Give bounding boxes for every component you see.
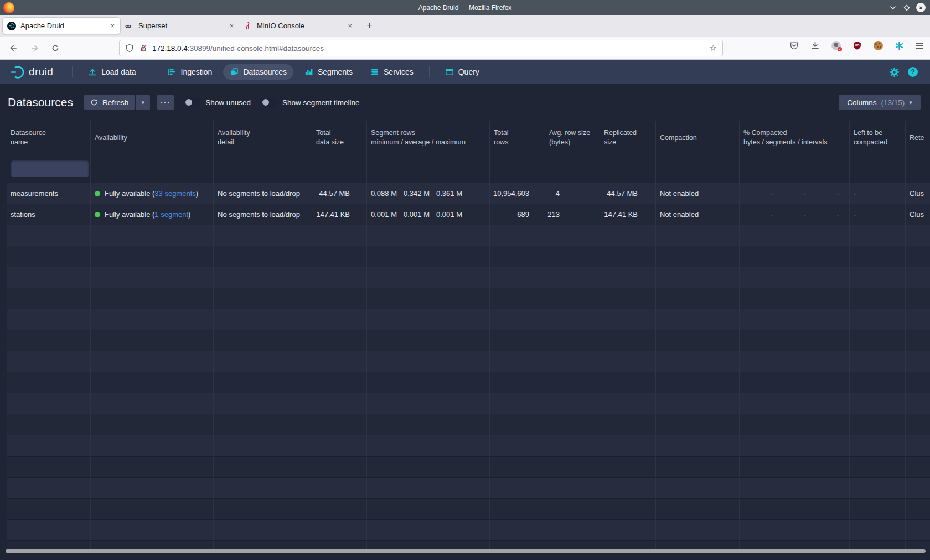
refresh-dropdown-caret[interactable]: ▾ xyxy=(136,95,150,110)
refresh-button[interactable]: Refresh xyxy=(84,95,135,110)
menu-hamburger-icon[interactable] xyxy=(916,43,923,49)
empty-cell xyxy=(740,478,850,498)
datasource-row[interactable]: stations Fully available (1 segment) No … xyxy=(7,204,930,225)
window-close-icon[interactable]: × xyxy=(916,3,926,12)
nav-item-ingestion[interactable]: Ingestion xyxy=(161,64,219,80)
empty-cell xyxy=(91,309,214,330)
column-header-compaction[interactable]: Compaction xyxy=(656,121,740,154)
colorful-asterisk-icon[interactable] xyxy=(895,41,904,50)
empty-cell xyxy=(214,520,312,540)
tab-label: Apache Druid xyxy=(20,22,109,30)
empty-cell xyxy=(740,414,850,435)
empty-cell xyxy=(490,351,545,372)
empty-cell xyxy=(214,414,312,435)
segments-link[interactable]: 33 segments xyxy=(154,189,195,198)
empty-cell xyxy=(656,457,740,477)
empty-cell xyxy=(740,309,850,330)
column-header-replicated-size[interactable]: Replicatedsize xyxy=(600,121,656,154)
empty-cell xyxy=(214,541,312,550)
empty-cell xyxy=(740,330,850,351)
empty-cell xyxy=(740,457,850,477)
pocket-icon[interactable] xyxy=(789,41,799,50)
nav-item-datasources[interactable]: Datasources xyxy=(223,64,293,80)
tab-apache-druid[interactable]: Apache Druid × xyxy=(2,17,121,34)
nav-item-services[interactable]: Services xyxy=(364,64,420,80)
nav-item-load-data[interactable]: Load data xyxy=(81,64,142,80)
columns-label: Columns xyxy=(847,98,876,107)
load-data-icon xyxy=(88,68,97,76)
empty-cell xyxy=(906,288,930,309)
empty-cell xyxy=(906,435,930,456)
bookmark-star-icon[interactable]: ☆ xyxy=(710,43,717,53)
tab-minio-console[interactable]: MinIO Console × xyxy=(239,17,358,34)
help-icon[interactable]: ? xyxy=(908,67,918,77)
new-tab-button[interactable]: + xyxy=(363,20,376,32)
compaction-cell: Not enabled xyxy=(656,183,740,204)
empty-cell xyxy=(367,393,490,414)
column-header-availability[interactable]: Availability xyxy=(91,121,214,154)
avg-row-size-cell: 213 xyxy=(545,204,600,225)
window-maximize-icon[interactable] xyxy=(902,3,911,12)
empty-cell xyxy=(545,330,600,351)
tab-close-icon[interactable]: × xyxy=(109,22,116,30)
empty-cell xyxy=(906,414,930,435)
downloads-icon[interactable] xyxy=(810,41,820,50)
cookie-icon[interactable] xyxy=(874,41,883,50)
column-header-datasource-name[interactable]: Datasourcename xyxy=(7,121,91,154)
empty-row xyxy=(7,393,930,414)
settings-gear-icon[interactable] xyxy=(889,67,900,77)
browser-toolbar: 172.18.0.4:30899/unified-console.html#da… xyxy=(0,37,930,60)
column-header-pct-compacted[interactable]: % Compactedbytes / segments / intervals xyxy=(740,121,850,154)
status-dot-icon xyxy=(95,212,100,217)
more-actions-button[interactable]: ··· xyxy=(157,95,174,110)
column-header-total-data-size[interactable]: Totaldata size xyxy=(312,121,367,154)
empty-cell xyxy=(545,246,600,267)
ingestion-icon xyxy=(168,68,177,76)
avg-row-size-cell: 4 xyxy=(545,183,600,204)
tab-close-icon[interactable]: × xyxy=(228,22,235,30)
tracking-shield-icon[interactable] xyxy=(125,44,134,53)
window-minimize-icon[interactable] xyxy=(888,3,897,12)
datasource-row[interactable]: measurements Fully available (33 segment… xyxy=(7,183,930,204)
show-segment-timeline-toggle[interactable] xyxy=(261,98,277,107)
nav-item-query[interactable]: Query xyxy=(438,64,486,80)
forward-button[interactable] xyxy=(30,44,39,53)
empty-cell xyxy=(740,225,850,246)
columns-button[interactable]: Columns (13/15) ▾ xyxy=(839,95,921,110)
empty-row xyxy=(7,225,930,246)
empty-cell xyxy=(367,435,490,456)
firefox-logo-icon xyxy=(3,2,14,13)
column-header-avg-row-size[interactable]: Avg. row size(bytes) xyxy=(545,121,600,154)
insecure-lock-icon[interactable] xyxy=(139,44,148,53)
empty-cell xyxy=(545,309,600,330)
show-unused-label: Show unused xyxy=(205,98,251,107)
empty-cell xyxy=(600,267,656,288)
availability-text: Fully available ( xyxy=(105,189,154,198)
ublock-icon[interactable]: UO xyxy=(852,41,862,50)
segments-link[interactable]: 1 segment xyxy=(154,210,188,219)
nav-item-segments[interactable]: Segments xyxy=(298,64,359,80)
column-header-retention[interactable]: Rete xyxy=(906,121,930,154)
tab-close-icon[interactable]: × xyxy=(347,22,353,30)
column-header-total-rows[interactable]: Totalrows xyxy=(490,121,545,154)
empty-cell xyxy=(7,520,91,540)
horizontal-scrollbar[interactable] xyxy=(6,549,926,553)
empty-cell xyxy=(367,351,490,372)
refresh-icon xyxy=(90,98,98,106)
empty-cell xyxy=(600,288,656,309)
column-header-availability-detail[interactable]: Availabilitydetail xyxy=(214,121,312,154)
empty-cell xyxy=(214,246,312,267)
column-header-left-to-be-compacted[interactable]: Left to becompacted xyxy=(850,121,906,154)
datasource-name-filter-input[interactable] xyxy=(11,160,89,177)
extension-icon[interactable]: × xyxy=(831,41,841,50)
url-bar[interactable]: 172.18.0.4:30899/unified-console.html#da… xyxy=(119,40,723,56)
tab-superset[interactable]: ∞ Superset × xyxy=(121,17,239,34)
empty-cell xyxy=(906,457,930,477)
show-unused-toggle[interactable] xyxy=(184,98,200,107)
empty-cell xyxy=(906,351,930,372)
reload-button[interactable] xyxy=(51,44,60,53)
empty-cell xyxy=(214,225,312,246)
empty-cell xyxy=(545,288,600,309)
column-header-segment-rows[interactable]: Segment rowsminimum / average / maximum xyxy=(367,121,490,154)
back-button[interactable] xyxy=(9,44,18,53)
